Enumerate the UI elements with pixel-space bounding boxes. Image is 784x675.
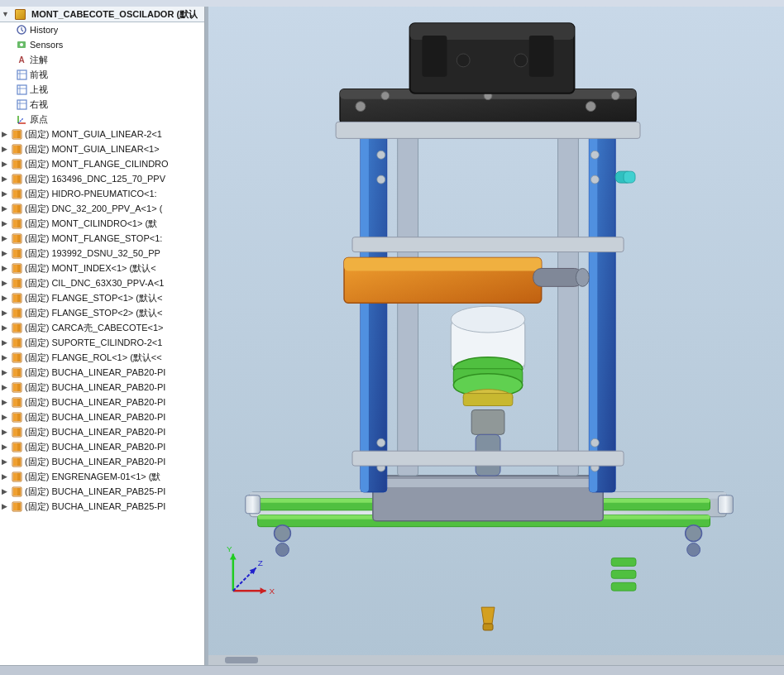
tree-item-part-11[interactable]: ▶ (固定) CIL_DNC_63X30_PPV-A<1	[0, 275, 204, 290]
part-expand-15: ▶	[2, 353, 10, 361]
svg-rect-29	[17, 190, 21, 198]
svg-point-129	[451, 306, 524, 333]
svg-rect-91	[13, 503, 17, 510]
svg-rect-49	[13, 294, 17, 302]
tree-item-part-20[interactable]: ▶ (固定) BUCHA_LINEAR_PAB20-PI	[0, 409, 204, 424]
part-expand-17: ▶	[2, 383, 10, 391]
svg-rect-149	[352, 451, 624, 466]
svg-rect-76	[13, 428, 17, 436]
part-label-3: (固定) 163496_DNC_125_70_PPV	[25, 173, 165, 185]
tree-item-annotations[interactable]: A 注解	[0, 52, 204, 67]
svg-text:X: X	[270, 586, 275, 596]
svg-rect-61	[13, 354, 17, 361]
part-label-2: (固定) MONT_FLANGE_CILINDRO	[25, 158, 169, 170]
part-label-24: (固定) BUCHA_LINEAR_PAB25-PI	[25, 486, 165, 498]
part-label-15: (固定) FLANGE_ROL<1> (默认<<	[25, 352, 162, 364]
svg-line-14	[18, 118, 23, 123]
part-icon-12	[10, 306, 23, 319]
svg-point-139	[377, 151, 385, 159]
root-label: MONT_CABECOTE_OSCILADOR (默认	[31, 8, 198, 21]
svg-text:Z: Z	[258, 558, 263, 567]
tree-item-front-view[interactable]: 前视	[0, 67, 204, 82]
part-icon-3	[10, 172, 23, 185]
svg-rect-98	[718, 495, 733, 514]
svg-point-140	[377, 175, 385, 184]
tree-item-part-12[interactable]: ▶ (固定) FLANGE_STOP<1> (默认<	[0, 290, 204, 305]
tree-item-part-10[interactable]: ▶ (固定) MONT_INDEX<1> (默认<	[0, 261, 204, 275]
tree-item-part-22[interactable]: ▶ (固定) BUCHA_LINEAR_PAB20-PI	[0, 439, 204, 454]
tree-item-part-26[interactable]: ▶ (固定) BUCHA_LINEAR_PAB25-PI	[0, 499, 204, 514]
scrollbar-thumb-h[interactable]	[225, 657, 258, 663]
part-expand-24: ▶	[2, 487, 10, 495]
svg-rect-58	[13, 339, 17, 347]
svg-point-121	[457, 54, 470, 67]
tree-item-part-05[interactable]: ▶ (固定) HIDRO-PNEUMATICO<1:	[0, 186, 204, 201]
part-icon-22	[10, 455, 23, 468]
part-icon-7	[10, 232, 23, 245]
tree-item-part-03[interactable]: ▶ (固定) MONT_FLANGE_CILINDRO	[0, 156, 204, 171]
svg-rect-82	[13, 458, 17, 466]
tree-item-part-18[interactable]: ▶ (固定) BUCHA_LINEAR_PAB20-PI	[0, 380, 204, 395]
svg-point-155	[275, 525, 291, 542]
tree-item-part-06[interactable]: ▶ (固定) DNC_32_200_PPV_A<1> (	[0, 201, 204, 216]
part-expand-10: ▶	[2, 279, 10, 287]
part-icon-24	[10, 485, 23, 498]
svg-rect-68	[17, 384, 21, 391]
svg-rect-153	[611, 570, 636, 578]
part-icon-0	[10, 127, 23, 141]
tree-item-part-25[interactable]: ▶ (固定) BUCHA_LINEAR_PAB25-PI	[0, 484, 204, 499]
part-label-11: (固定) FLANGE_STOP<1> (默认<	[25, 292, 162, 304]
tree-item-part-16[interactable]: ▶ (固定) FLANGE_ROL<1> (默认<<	[0, 350, 204, 365]
tree-item-history[interactable]: History	[0, 22, 204, 37]
svg-text:Y: Y	[227, 544, 232, 553]
svg-rect-80	[17, 443, 21, 451]
tree-item-part-13[interactable]: ▶ (固定) FLANGE_STOP<2> (默认<	[0, 305, 204, 320]
tree-item-part-14[interactable]: ▶ (固定) CARCA壳_CABECOTE<1>	[0, 320, 204, 335]
part-icon-13	[10, 321, 23, 334]
tree-item-origin[interactable]: 原点	[0, 112, 204, 127]
svg-rect-40	[13, 250, 17, 257]
viewport-3d[interactable]: X Y Z	[208, 7, 784, 665]
tree-item-part-02[interactable]: ▶ (固定) MONT_GUIA_LINEAR<1>	[0, 141, 204, 156]
tree-item-part-09[interactable]: ▶ (固定) 193992_DSNU_32_50_PP	[0, 246, 204, 261]
svg-rect-19	[13, 146, 17, 153]
tree-item-part-01[interactable]: ▶ (固定) MONT_GUIA_LINEAR-2<1	[0, 127, 204, 141]
assembly-icon	[13, 7, 26, 21]
tree-item-right-view[interactable]: 右视	[0, 97, 204, 112]
tree-item-part-21[interactable]: ▶ (固定) BUCHA_LINEAR_PAB20-PI	[0, 424, 204, 439]
tree-item-part-08[interactable]: ▶ (固定) MONT_FLANGE_STOP<1:	[0, 231, 204, 246]
tree-item-part-04[interactable]: ▶ (固定) 163496_DNC_125_70_PPV	[0, 171, 204, 186]
tree-item-part-23[interactable]: ▶ (固定) BUCHA_LINEAR_PAB20-PI	[0, 454, 204, 469]
svg-rect-22	[13, 160, 17, 168]
svg-rect-109	[558, 122, 579, 476]
part-icon-6	[10, 217, 23, 230]
svg-point-144	[590, 175, 599, 184]
tree-item-part-19[interactable]: ▶ (固定) BUCHA_LINEAR_PAB20-PI	[0, 395, 204, 409]
svg-rect-103	[381, 479, 595, 487]
part-label-25: (固定) BUCHA_LINEAR_PAB25-PI	[25, 500, 165, 513]
svg-rect-125	[533, 268, 583, 286]
part-icon-23	[10, 470, 23, 483]
tree-item-part-15[interactable]: ▶ (固定) SUPORTE_CILINDRO-2<1	[0, 335, 204, 350]
part-icon-4	[10, 187, 23, 200]
tree-root-item[interactable]: ▼ MONT_CABECOTE_OSCILADOR (默认	[0, 7, 204, 22]
svg-rect-38	[17, 235, 21, 242]
tree-item-part-24[interactable]: ▶ (固定) ENGRENAGEM-01<1> (默	[0, 469, 204, 484]
svg-point-141	[377, 438, 385, 447]
tree-container[interactable]: History Sensors A 注解	[0, 22, 204, 665]
part-expand-12: ▶	[2, 309, 10, 317]
svg-rect-43	[13, 265, 17, 272]
tree-item-part-07[interactable]: ▶ (固定) MONT_CILINDRO<1> (默	[0, 216, 204, 231]
history-icon	[15, 23, 28, 36]
part-expand-14: ▶	[2, 338, 10, 347]
tree-item-sensors[interactable]: Sensors	[0, 37, 204, 52]
tree-item-top-view[interactable]: 上视	[0, 82, 204, 97]
tree-item-part-17[interactable]: ▶ (固定) BUCHA_LINEAR_PAB20-PI	[0, 365, 204, 380]
svg-rect-85	[13, 473, 17, 481]
horizontal-scrollbar[interactable]	[208, 655, 784, 665]
svg-rect-56	[17, 324, 21, 332]
svg-rect-138	[483, 624, 493, 630]
svg-point-156	[686, 525, 702, 542]
svg-rect-37	[13, 235, 17, 242]
part-label-4: (固定) HIDRO-PNEUMATICO<1:	[25, 188, 157, 200]
